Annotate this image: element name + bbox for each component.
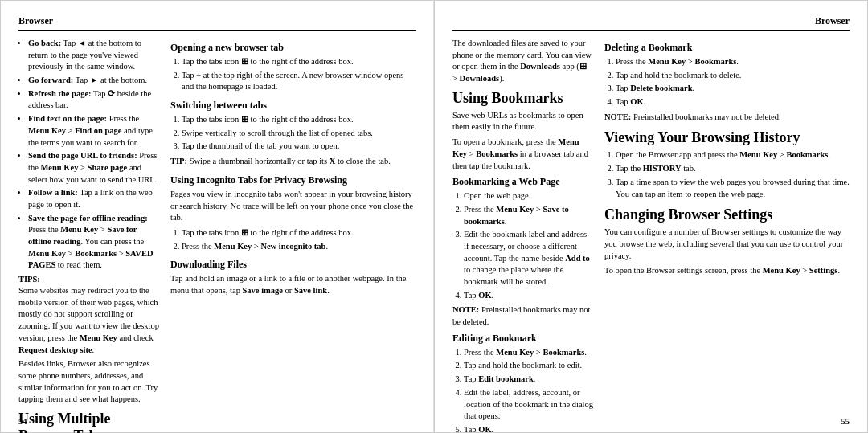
bookmarking-list: Open the web page. Press the Menu Key > …: [452, 190, 593, 301]
using-bookmarks-heading: Using Bookmarks: [452, 90, 593, 107]
bookmarking-heading: Bookmarking a Web Page: [452, 176, 593, 188]
switching-tabs-list: Tap the tabs icon ⊞ to the right of the …: [170, 114, 416, 153]
deleting-bookmark-list: Press the Menu Key > Bookmarks. Tap and …: [604, 56, 850, 108]
right-col1: The downloaded files are saved to your p…: [452, 38, 593, 433]
deleting-bookmark-section: Deleting a Bookmark Press the Menu Key >…: [604, 42, 850, 123]
left-col2: Opening a new browser tab Tap the tabs i…: [170, 38, 416, 433]
list-item: Press the Menu Key > Save to bookmarks.: [464, 204, 593, 227]
tip-2: Besides links, Browser also recognizes s…: [18, 358, 159, 406]
list-item: Press the Menu Key > New incognito tab.: [182, 241, 416, 253]
list-item: Open the Browser app and press the Menu …: [616, 149, 850, 161]
opening-new-tab-section: Opening a new browser tab Tap the tabs i…: [170, 42, 416, 93]
browsing-history-list: Open the Browser app and press the Menu …: [604, 149, 850, 200]
list-item: Tap the tabs icon ⊞ to the right of the …: [182, 114, 416, 126]
browsing-history-section: Viewing Your Browsing History Open the B…: [604, 129, 850, 200]
bullet-list: Go back: Tap ◄ at the bottom to return t…: [18, 38, 159, 272]
list-item: Send the page URL to friends: Press the …: [28, 150, 159, 186]
list-item: Refresh the page: Tap ⟳ beside the addre…: [28, 88, 159, 112]
downloading-files-section: Downloading Files Tap and hold an image …: [170, 259, 416, 296]
left-page: Browser Go back: Tap ◄ at the bottom to …: [0, 0, 434, 433]
incognito-body: Pages you view in incognito tabs won't a…: [170, 189, 416, 224]
right-content: The downloaded files are saved to your p…: [452, 38, 850, 433]
downloads-body: The downloaded files are saved to your p…: [452, 38, 593, 85]
browsing-history-heading: Viewing Your Browsing History: [604, 129, 850, 146]
browser-settings-heading: Changing Browser Settings: [604, 206, 850, 223]
left-col1: Go back: Tap ◄ at the bottom to return t…: [18, 38, 159, 433]
using-bookmarks-body1: Save web URLs as bookmarks to open them …: [452, 110, 593, 133]
list-item: Tap Edit bookmark.: [464, 374, 593, 386]
bookmarking-note: NOTE: Preinstalled bookmarks may not be …: [452, 304, 593, 328]
right-col2: Deleting a Bookmark Press the Menu Key >…: [604, 38, 850, 433]
editing-bookmark-list: Press the Menu Key > Bookmarks. Tap and …: [452, 347, 593, 433]
list-item: Open the web page.: [464, 190, 593, 202]
right-page: Browser The downloaded files are saved t…: [434, 0, 868, 433]
switching-tabs-section: Switching between tabs Tap the tabs icon…: [170, 100, 416, 168]
list-item: Tap the thumbnail of the tab you want to…: [182, 141, 416, 153]
list-item: Tap Delete bookmark.: [616, 83, 850, 95]
list-item: Tap the tabs icon ⊞ to the right of the …: [182, 227, 416, 239]
list-item: Tap and hold the bookmark to delete.: [616, 70, 850, 82]
tips-label: TIPS:: [18, 275, 159, 284]
incognito-section: Using Incognito Tabs for Privacy Browsin…: [170, 174, 416, 252]
tip-1: Some websites may redirect you to the mo…: [18, 285, 159, 356]
right-page-number: 55: [841, 417, 850, 426]
list-item: Save the page for offline reading: Press…: [28, 213, 159, 272]
browser-settings-body2: To open the Browser settings screen, pre…: [604, 265, 850, 277]
right-header: Browser: [452, 15, 850, 31]
left-header: Browser: [18, 15, 416, 31]
switching-tabs-heading: Switching between tabs: [170, 100, 416, 112]
deleting-bookmark-note: NOTE: Preinstalled bookmarks may not be …: [604, 112, 850, 124]
list-item: Tap the tabs icon ⊞ to the right of the …: [182, 56, 416, 68]
list-item: Tap + at the top right of the screen. A …: [182, 70, 416, 93]
list-item: Find text on the page: Press the Menu Ke…: [28, 113, 159, 149]
list-item: Edit the bookmark label and address if n…: [464, 229, 593, 288]
left-header-title: Browser: [18, 15, 53, 27]
list-item: Tap OK.: [464, 290, 593, 302]
list-item: Tap the HISTORY tab.: [616, 163, 850, 175]
left-content: Go back: Tap ◄ at the bottom to return t…: [18, 38, 416, 433]
opening-new-tab-list: Tap the tabs icon ⊞ to the right of the …: [170, 56, 416, 93]
list-item: Tap OK.: [616, 96, 850, 108]
list-item: Tap and hold the bookmark to edit.: [464, 360, 593, 372]
list-item: Tap OK.: [464, 424, 593, 433]
editing-bookmark-heading: Editing a Bookmark: [452, 333, 593, 345]
list-item: Swipe vertically to scroll through the l…: [182, 128, 416, 140]
incognito-list: Tap the tabs icon ⊞ to the right of the …: [170, 227, 416, 252]
using-bookmarks-body2: To open a bookmark, press the Menu Key >…: [452, 137, 593, 172]
list-item: Press the Menu Key > Bookmarks.: [616, 56, 850, 68]
list-item: Tap a time span to view the web pages yo…: [616, 177, 850, 200]
deleting-bookmark-heading: Deleting a Bookmark: [604, 42, 850, 54]
using-multiple-tabs-heading: Using Multiple Browser Tabs: [18, 411, 159, 433]
list-item: Go forward: Tap ► at the bottom.: [28, 75, 159, 87]
list-item: Follow a link: Tap a link on the web pag…: [28, 187, 159, 210]
opening-new-tab-heading: Opening a new browser tab: [170, 42, 416, 54]
list-item: Edit the label, address, account, or loc…: [464, 387, 593, 423]
downloading-files-heading: Downloading Files: [170, 259, 416, 271]
list-item: Go back: Tap ◄ at the bottom to return t…: [28, 38, 159, 73]
switching-tabs-tip: TIP: Swipe a thumbnail horizontally or t…: [170, 156, 416, 168]
browser-settings-body1: You can configure a number of Browser se…: [604, 227, 850, 262]
incognito-heading: Using Incognito Tabs for Privacy Browsin…: [170, 174, 416, 186]
downloading-files-body: Tap and hold an image or a link to a fil…: [170, 273, 416, 296]
browser-settings-section: Changing Browser Settings You can config…: [604, 206, 850, 277]
left-page-number: 54: [18, 417, 27, 426]
list-item: Press the Menu Key > Bookmarks.: [464, 347, 593, 359]
right-header-title: Browser: [815, 15, 850, 27]
